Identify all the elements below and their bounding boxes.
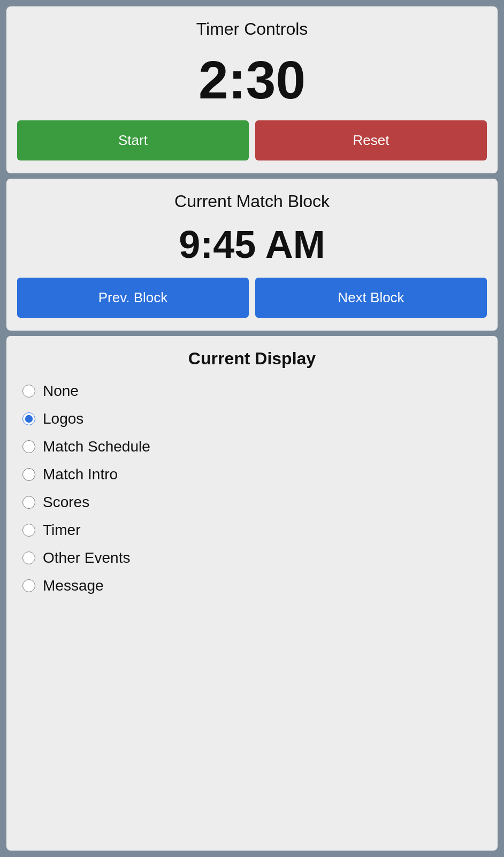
radio-label-logos: Logos bbox=[43, 410, 83, 427]
match-block-button-row: Prev. Block Next Block bbox=[17, 278, 487, 318]
match-time-display: 9:45 AM bbox=[179, 225, 325, 264]
timer-display: 2:30 bbox=[198, 53, 306, 106]
radio-timer[interactable] bbox=[22, 524, 35, 537]
display-option-timer[interactable]: Timer bbox=[22, 518, 482, 542]
radio-match_schedule[interactable] bbox=[22, 440, 35, 453]
current-display-title: Current Display bbox=[17, 349, 487, 369]
display-option-scores[interactable]: Scores bbox=[22, 491, 482, 514]
display-option-match_intro[interactable]: Match Intro bbox=[22, 463, 482, 486]
radio-label-match_intro: Match Intro bbox=[43, 466, 118, 483]
display-option-other_events[interactable]: Other Events bbox=[22, 546, 482, 570]
timer-controls-card: Timer Controls 2:30 Start Reset bbox=[6, 6, 498, 173]
reset-button[interactable]: Reset bbox=[255, 120, 487, 160]
app-container: Timer Controls 2:30 Start Reset Current … bbox=[0, 0, 504, 857]
radio-match_intro[interactable] bbox=[22, 468, 35, 481]
radio-message[interactable] bbox=[22, 579, 35, 592]
radio-label-timer: Timer bbox=[43, 522, 81, 539]
radio-label-other_events: Other Events bbox=[43, 549, 130, 567]
radio-logos[interactable] bbox=[22, 412, 35, 425]
display-option-match_schedule[interactable]: Match Schedule bbox=[22, 435, 482, 458]
timer-controls-title: Timer Controls bbox=[196, 19, 308, 39]
match-block-title: Current Match Block bbox=[174, 192, 330, 211]
display-options-list: NoneLogosMatch ScheduleMatch IntroScores… bbox=[17, 379, 487, 598]
radio-none[interactable] bbox=[22, 385, 35, 397]
radio-label-message: Message bbox=[43, 577, 104, 594]
radio-label-none: None bbox=[43, 382, 79, 400]
radio-scores[interactable] bbox=[22, 496, 35, 509]
timer-button-row: Start Reset bbox=[17, 120, 487, 160]
radio-label-match_schedule: Match Schedule bbox=[43, 438, 150, 455]
match-block-card: Current Match Block 9:45 AM Prev. Block … bbox=[6, 179, 498, 331]
radio-other_events[interactable] bbox=[22, 552, 35, 564]
start-button[interactable]: Start bbox=[17, 120, 249, 160]
display-option-none[interactable]: None bbox=[22, 379, 482, 403]
prev-block-button[interactable]: Prev. Block bbox=[17, 278, 249, 318]
next-block-button[interactable]: Next Block bbox=[255, 278, 487, 318]
current-display-card: Current Display NoneLogosMatch ScheduleM… bbox=[6, 336, 498, 851]
display-option-logos[interactable]: Logos bbox=[22, 407, 482, 431]
display-option-message[interactable]: Message bbox=[22, 574, 482, 598]
radio-label-scores: Scores bbox=[43, 494, 89, 511]
